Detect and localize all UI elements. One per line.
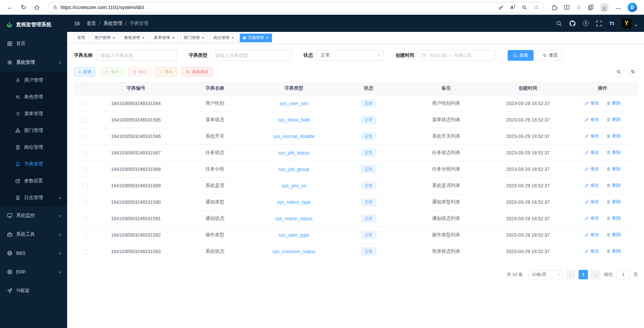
saved-password-key-icon[interactable] — [498, 5, 504, 10]
extensions-icon[interactable] — [551, 4, 557, 10]
dict-name-input[interactable] — [96, 50, 177, 61]
tab-user-management[interactable]: 用户管理 × — [91, 34, 119, 42]
close-icon[interactable]: × — [202, 36, 204, 40]
row-checkbox[interactable] — [83, 217, 88, 221]
page-size-select[interactable]: 10条/页 ▾ — [528, 270, 562, 279]
row-checkbox[interactable] — [83, 233, 88, 238]
dict-type-link[interactable]: sys_job_status — [278, 150, 310, 155]
tab-dept-management[interactable]: 部门管理 × — [180, 34, 208, 42]
status-select[interactable]: 正常 ▾ — [316, 50, 383, 61]
search-button[interactable]: 搜索 — [508, 50, 534, 61]
dict-type-link[interactable]: sys_user_sex — [279, 101, 308, 106]
row-delete-button[interactable]: 删除 — [606, 215, 621, 221]
help-button[interactable]: ? — [583, 20, 589, 26]
row-edit-button[interactable]: 修改 — [585, 100, 599, 106]
row-delete-button[interactable]: 删除 — [606, 199, 621, 205]
goto-page-input[interactable] — [616, 270, 630, 279]
tab-home[interactable]: 首页 — [74, 34, 89, 42]
date-range-picker[interactable]: 开始日期 - 结束日期 — [418, 50, 496, 61]
zoom-icon[interactable] — [522, 5, 527, 10]
row-edit-button[interactable]: 修改 — [585, 166, 599, 172]
sidebar-item-yi-framework[interactable]: Yi框架 — [0, 281, 67, 300]
select-all-checkbox[interactable] — [83, 86, 88, 91]
row-checkbox[interactable] — [83, 167, 88, 172]
close-icon[interactable]: × — [112, 36, 115, 40]
row-edit-button[interactable]: 修改 — [585, 232, 599, 238]
row-checkbox[interactable] — [83, 134, 88, 139]
sidebar-item-role-management[interactable]: 角色管理 — [0, 89, 67, 105]
sidebar-item-erp[interactable]: ERP ∨ — [0, 263, 67, 281]
read-aloud-icon[interactable]: A — [510, 4, 515, 10]
close-icon[interactable]: × — [231, 36, 234, 40]
row-edit-button[interactable]: 修改 — [585, 116, 599, 123]
row-edit-button[interactable]: 修改 — [585, 199, 599, 205]
row-edit-button[interactable]: 修改 — [585, 149, 599, 155]
url-text[interactable]: https://ccnetcore.com:1101/system/dict — [60, 5, 144, 10]
split-screen-icon[interactable] — [564, 4, 570, 10]
dict-type-link[interactable]: sys_yes_no — [281, 183, 306, 188]
dict-type-link[interactable]: sys_common_status — [272, 249, 315, 254]
sidebar-item-home[interactable]: 首页 — [0, 34, 67, 53]
dict-type-input[interactable] — [211, 50, 291, 61]
sidebar-item-dict-management[interactable]: 字典管理 — [0, 156, 67, 173]
browser-profile-avatar[interactable] — [600, 3, 609, 12]
row-delete-button[interactable]: 删除 — [606, 182, 621, 188]
close-icon[interactable]: × — [172, 36, 175, 40]
dict-type-link[interactable]: sys_oper_type — [279, 232, 309, 238]
tab-dict-management[interactable]: 字典管理 × — [240, 34, 272, 42]
sidebar-item-log-management[interactable]: 日志管理 ∨ — [0, 189, 67, 206]
dict-type-link[interactable]: sys_notice_type — [277, 199, 311, 205]
dict-type-link[interactable]: sys_normal_disable — [273, 134, 315, 139]
collections-icon[interactable] — [588, 4, 594, 10]
row-delete-button[interactable]: 删除 — [606, 248, 621, 254]
delete-button[interactable]: 删除 — [128, 67, 151, 77]
fold-sidebar-button[interactable] — [75, 20, 81, 27]
tab-role-management[interactable]: 角色管理 × — [121, 34, 148, 42]
row-edit-button[interactable]: 修改 — [585, 248, 599, 254]
export-button[interactable]: ↓ 导出 — [156, 67, 177, 77]
sidebar-item-dept-management[interactable]: 部门管理 — [0, 122, 67, 139]
tab-menu-management[interactable]: 菜单管理 × — [150, 34, 178, 42]
row-delete-button[interactable]: 删除 — [606, 232, 621, 238]
close-icon[interactable]: × — [142, 36, 145, 40]
font-size-button[interactable]: Tt — [609, 20, 614, 26]
dict-type-link[interactable]: sys_show_hide — [278, 117, 310, 123]
tab-post-management[interactable]: 岗位管理 × — [210, 34, 237, 42]
row-edit-button[interactable]: 修改 — [585, 133, 599, 139]
breadcrumb-system[interactable]: 系统管理 — [103, 20, 122, 27]
sidebar-item-menu-management[interactable]: 菜单管理 — [0, 105, 67, 122]
browser-home-button[interactable] — [31, 2, 43, 13]
favorites-star-icon[interactable]: ☆ — [576, 4, 581, 10]
browser-reload-button[interactable]: ↻ — [17, 2, 30, 13]
row-delete-button[interactable]: 删除 — [606, 133, 621, 139]
row-checkbox[interactable] — [83, 118, 88, 123]
app-logo[interactable]: 意框架管理系统 — [0, 15, 67, 34]
address-bar[interactable]: https://ccnetcore.com:1101/system/dict A… — [48, 2, 544, 13]
browser-menu-icon[interactable]: … — [615, 4, 621, 11]
refresh-cache-button[interactable]: ↻ 刷新缓存 — [182, 67, 213, 77]
row-checkbox[interactable] — [83, 184, 88, 188]
row-delete-button[interactable]: 删除 — [606, 100, 621, 106]
prev-page-button[interactable]: ‹ — [566, 270, 575, 279]
sidebar-item-bbs[interactable]: BBS ∨ — [0, 244, 67, 263]
edit-button[interactable]: 修改 — [100, 67, 123, 77]
refresh-table-button[interactable]: ↻ — [628, 67, 638, 77]
row-checkbox[interactable] — [83, 101, 88, 106]
reset-button[interactable]: ↻ 重置 — [538, 50, 563, 61]
row-checkbox[interactable] — [83, 249, 88, 254]
dict-type-link[interactable]: sys_job_group — [279, 167, 309, 172]
header-search-button[interactable] — [556, 20, 562, 27]
sidebar-item-post-management[interactable]: 岗位管理 — [0, 139, 67, 156]
sidebar-item-param-settings[interactable]: 参数设置 — [0, 173, 67, 189]
next-page-button[interactable]: › — [591, 270, 601, 279]
row-edit-button[interactable]: 修改 — [585, 182, 599, 188]
sidebar-item-user-management[interactable]: 用户管理 — [0, 72, 67, 89]
dict-type-link[interactable]: sys_notice_status — [275, 216, 313, 221]
sidebar-item-system-management[interactable]: 系统管理 ∧ — [0, 53, 67, 72]
browser-back-button[interactable]: ← — [4, 2, 16, 13]
close-icon[interactable]: × — [266, 36, 269, 40]
github-button[interactable] — [569, 20, 576, 27]
row-delete-button[interactable]: 删除 — [606, 149, 621, 155]
show-search-toggle-button[interactable] — [614, 67, 624, 77]
add-favorite-star-icon[interactable]: ☆ — [534, 4, 539, 10]
